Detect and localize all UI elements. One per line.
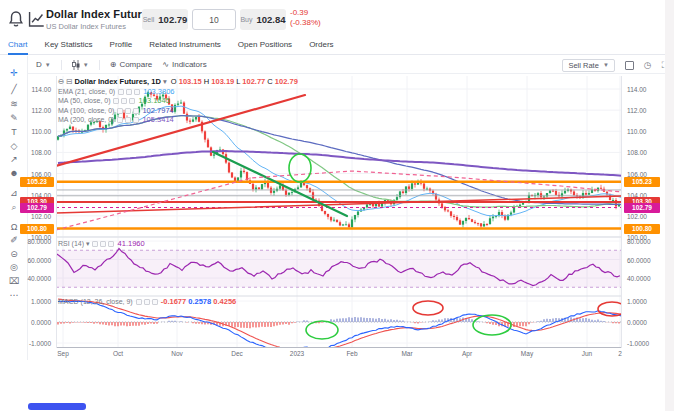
legend-action-button[interactable]: [134, 89, 140, 95]
axis-tick-label: 102.00: [624, 212, 660, 221]
compare-button[interactable]: ⊕Compare: [110, 60, 153, 69]
macd-value: -0.1677: [159, 297, 187, 306]
tab-open-positions[interactable]: Open Positions: [238, 36, 292, 55]
legend-action-button[interactable]: [113, 98, 119, 104]
price-level-label: 102.79: [624, 203, 660, 213]
rsi-value: 41.1960: [115, 239, 144, 248]
legend-action-button[interactable]: [117, 108, 123, 114]
time-axis-label: Jun: [575, 350, 599, 357]
time-axis-label: Nov: [165, 350, 189, 357]
left-price-axis[interactable]: 114.00112.00110.00108.00106.00104.00102.…: [20, 0, 54, 411]
horizontal-scrollbar-thumb[interactable]: [28, 403, 86, 410]
legend-action-button[interactable]: [126, 89, 132, 95]
buy-price: 102.84: [257, 14, 286, 25]
legend-action-button[interactable]: [118, 89, 124, 95]
axis-tick-label: 110.00: [20, 127, 54, 136]
legend-action-button[interactable]: [136, 299, 142, 305]
page-subtitle: US Dollar Index Futures: [46, 22, 126, 31]
ohlc-value: 102.79: [275, 77, 298, 86]
axis-tick-label: 108.00: [624, 148, 660, 157]
legend-action-button[interactable]: [129, 98, 135, 104]
macd-legend: MACD (12, 26, close, 9) -0.1677 0.2578 0…: [58, 297, 236, 307]
axis-tick-label: 40.0000: [20, 274, 54, 283]
axis-tick-label: 114.00: [20, 85, 54, 94]
window-scrollbar-track[interactable]: [665, 0, 674, 411]
time-axis-label: Dec: [225, 350, 249, 357]
axis-tick-label: 114.00: [624, 85, 660, 94]
axis-tick-label: 80.0000: [20, 237, 54, 246]
ohlc-value: 103.19: [211, 77, 234, 86]
axis-tick-label: -1.0000: [20, 339, 54, 348]
macd-value: 0.4256: [211, 297, 236, 306]
chart-legend: ⊖⊟Dollar Index Futures, 1D ▾ O 103.15 H …: [58, 77, 298, 125]
candlestick-icon: [72, 60, 80, 70]
axis-tick-label: 1.0000: [624, 297, 660, 306]
legend-action-button[interactable]: [117, 117, 123, 123]
legend-toggle-icon[interactable]: ⊟: [66, 77, 72, 86]
axis-tick-label: 0.0000: [20, 318, 54, 327]
rsi-legend: RSI (14) ▾ 41.1960: [58, 239, 145, 249]
time-axis-label: Apr: [455, 350, 479, 357]
legend-action-button[interactable]: [144, 299, 150, 305]
axis-tick-label: 102.00: [20, 212, 54, 221]
indicator-value: 105.3414: [140, 115, 173, 124]
legend-action-button[interactable]: [125, 108, 131, 114]
axis-tick-label: 40.0000: [624, 274, 660, 283]
quantity-input[interactable]: [192, 9, 236, 30]
time-axis-label: Oct: [106, 350, 130, 357]
tab-related-instruments[interactable]: Related Instruments: [149, 36, 221, 55]
time-axis[interactable]: SepOctNovDec2023FebMarAprMayJun2: [56, 350, 622, 360]
legend-action-button[interactable]: [125, 117, 131, 123]
legend-action-button[interactable]: [133, 108, 139, 114]
legend-action-button[interactable]: [92, 241, 98, 247]
time-axis-label: Sep: [51, 350, 75, 357]
axis-tick-label: 1.0000: [20, 297, 54, 306]
time-axis-label: May: [515, 350, 539, 357]
axis-tick-label: 60.0000: [20, 256, 54, 265]
indicator-value: 102.7974: [140, 106, 173, 115]
buy-label: Buy: [240, 16, 252, 23]
rate-type-dropdown[interactable]: Sell Rate▼: [562, 59, 614, 72]
chart-type-dropdown[interactable]: ▼: [72, 60, 89, 70]
compare-icon: ⊕: [110, 60, 117, 69]
time-axis-label: Feb: [340, 350, 364, 357]
tab-profile[interactable]: Profile: [110, 36, 133, 55]
legend-action-button[interactable]: [152, 299, 158, 305]
time-axis-label: 2: [608, 350, 632, 357]
axis-tick-label: 108.00: [20, 148, 54, 157]
price-level-label: 100.80: [20, 224, 54, 234]
sell-button[interactable]: Sell 102.79: [142, 9, 188, 30]
legend-action-button[interactable]: [100, 241, 106, 247]
legend-action-button[interactable]: [121, 98, 127, 104]
indicator-value: 103.3806: [141, 87, 174, 96]
trading-app: Dollar Index Futures US Dollar Index Fut…: [0, 0, 674, 411]
price-change: -0.39 (-0.38%): [290, 8, 321, 28]
chevron-down-icon: ▼: [603, 62, 609, 68]
tab-orders[interactable]: Orders: [309, 36, 333, 55]
chart-toolbar: D▼ ▼ ⊕Compare ∿Indicators Sell Rate▼ ◷ ⛶: [28, 56, 674, 74]
symbol-name: Dollar Index Futures, 1D: [75, 77, 161, 86]
macd-value: 0.2578: [186, 297, 211, 306]
indicator-value: 103.1645: [136, 96, 169, 105]
chevron-down-icon: ▼: [83, 62, 89, 68]
indicator-legend-row: MA (100, close, 0) 102.7974: [58, 106, 298, 116]
price-level-label: 105.23: [624, 177, 660, 187]
buy-button[interactable]: Buy 102.84: [240, 9, 286, 30]
indicators-icon: ∿: [162, 60, 169, 69]
indicator-legend-row: EMA (21, close, 0) 103.3806: [58, 87, 298, 97]
axis-tick-label: 110.00: [624, 127, 660, 136]
sell-price: 102.79: [158, 14, 187, 25]
price-level-label: 100.80: [624, 224, 660, 234]
indicator-legend-row: MA (50, close, 0) 103.1645: [58, 96, 298, 106]
ohlc-value: 102.77: [242, 77, 265, 86]
sell-label: Sell: [143, 16, 155, 23]
axis-tick-label: 60.0000: [624, 256, 660, 265]
legend-action-button[interactable]: [133, 117, 139, 123]
tab-bar: ChartKey StatisticsProfileRelated Instru…: [0, 36, 674, 55]
symbol-legend-row: ⊖⊟Dollar Index Futures, 1D ▾ O 103.15 H …: [58, 77, 298, 87]
indicators-button[interactable]: ∿Indicators: [162, 60, 206, 69]
price-level-label: 102.79: [20, 203, 54, 213]
collapse-icon[interactable]: ⊖: [58, 77, 64, 86]
axis-tick-label: 0.0000: [624, 318, 660, 327]
legend-action-button[interactable]: [108, 241, 114, 247]
